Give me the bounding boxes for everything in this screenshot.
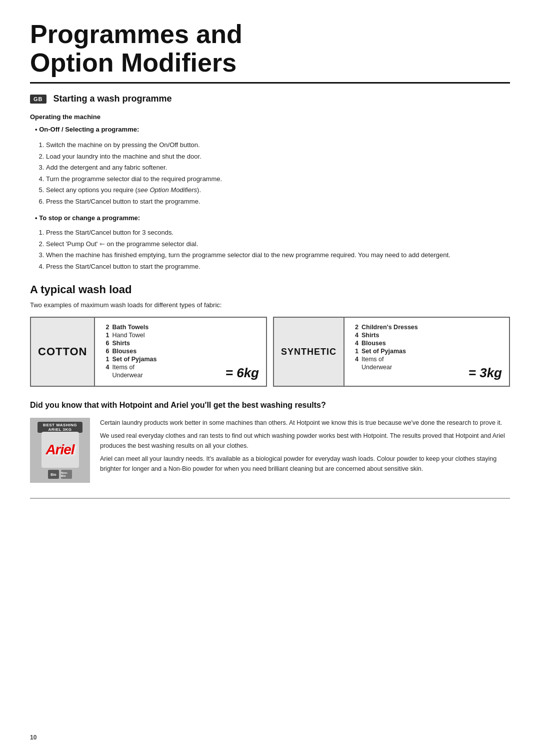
- wash-load-desc: Two examples of maximum wash loads for d…: [30, 301, 510, 309]
- synthetic-items: 2 Children's Dresses 4 Shirts 4 Blouses …: [344, 318, 462, 386]
- badge2: Non-Bio: [61, 470, 72, 479]
- stop-step-1: Press the Start/Cancel button for 3 seco…: [46, 228, 510, 238]
- synthetic-item-5: 4 Items of: [352, 356, 454, 363]
- cotton-item-1: 2 Bath Towels: [102, 324, 211, 331]
- cotton-item-7: Underwear: [102, 372, 211, 379]
- page-title: Programmes and Option Modifiers: [30, 0, 510, 84]
- ariel-text-block: Certain laundry products work better in …: [100, 418, 510, 477]
- page-number: 10: [30, 734, 36, 741]
- ariel-logo: BEST WASHINGARIEL 3KG Ariel Bio Non-Bio: [30, 418, 90, 483]
- wash-load-title: A typical wash load: [30, 283, 510, 296]
- cotton-box: COTTON 2 Bath Towels 1 Hand Towel 6 Shir…: [30, 317, 267, 387]
- ariel-section-title: Did you know that with Hotpoint and Arie…: [30, 401, 510, 410]
- cotton-label: COTTON: [31, 318, 95, 386]
- section-header: GB Starting a wash programme: [30, 94, 510, 104]
- synthetic-item-1: 2 Children's Dresses: [352, 324, 454, 331]
- ariel-logo-top-bar: BEST WASHINGARIEL 3KG: [38, 422, 82, 433]
- stop-step-4: Press the Start/Cancel button to start t…: [46, 262, 510, 272]
- ariel-section: Did you know that with Hotpoint and Arie…: [30, 401, 510, 483]
- ariel-logo-text: Ariel: [46, 442, 74, 458]
- step-5: Select any options you require (see Opti…: [46, 185, 510, 195]
- cotton-item-4: 6 Blouses: [102, 348, 211, 355]
- badge1: Bio: [48, 470, 59, 479]
- page: Programmes and Option Modifiers GB Start…: [0, 0, 540, 756]
- cotton-item-6: 4 Items of: [102, 364, 211, 371]
- operating-title: Operating the machine: [30, 113, 510, 121]
- ariel-logo-img: BEST WASHINGARIEL 3KG Ariel Bio Non-Bio: [30, 418, 90, 483]
- gb-badge: GB: [30, 95, 46, 104]
- step-2: Load your laundry into the machine and s…: [46, 152, 510, 162]
- synthetic-label: SYNTHETIC: [274, 318, 344, 386]
- step-1: Switch the machine on by pressing the On…: [46, 140, 510, 150]
- synthetic-item-2: 4 Shirts: [352, 332, 454, 339]
- stop-title: To stop or change a programme:: [35, 214, 510, 222]
- ariel-content: BEST WASHINGARIEL 3KG Ariel Bio Non-Bio: [30, 418, 510, 483]
- cotton-item-5: 1 Set of Pyjamas: [102, 356, 211, 363]
- ariel-box-shape: Ariel: [42, 432, 79, 468]
- starting-section-title: Starting a wash programme: [54, 94, 172, 104]
- title-line1: Programmes and: [30, 20, 242, 49]
- synthetic-total: = 3kg: [462, 360, 509, 386]
- cotton-total: = 6kg: [218, 360, 266, 386]
- bottom-divider: [30, 498, 510, 499]
- title-line2: Option Modifiers: [30, 48, 236, 77]
- step-6: Press the Start/Cancel button to start t…: [46, 197, 510, 207]
- on-off-title: On-Off / Selecting a programme:: [35, 126, 510, 133]
- step-4: Turn the programme selector dial to the …: [46, 174, 510, 184]
- wash-boxes: COTTON 2 Bath Towels 1 Hand Towel 6 Shir…: [30, 317, 510, 387]
- synthetic-item-6: Underwear: [352, 364, 454, 371]
- ariel-para-1: Certain laundry products work better in …: [100, 418, 510, 428]
- starting-section: GB Starting a wash programme Operating t…: [30, 94, 510, 271]
- wash-load-section: A typical wash load Two examples of maxi…: [30, 283, 510, 387]
- step-3: Add the detergent and any fabric softene…: [46, 163, 510, 173]
- on-off-steps: Switch the machine on by pressing the On…: [30, 140, 510, 206]
- synthetic-box: SYNTHETIC 2 Children's Dresses 4 Shirts …: [273, 317, 510, 387]
- cotton-item-3: 6 Shirts: [102, 340, 211, 347]
- stop-step-2: Select 'Pump Out' ⇽ on the programme sel…: [46, 239, 510, 249]
- ariel-logo-bottom-badges: Bio Non-Bio: [48, 470, 72, 479]
- stop-step-3: When the machine has finished emptying, …: [46, 250, 510, 260]
- synthetic-item-4: 1 Set of Pyjamas: [352, 348, 454, 355]
- ariel-para-3: Ariel can meet all your laundry needs. I…: [100, 454, 510, 474]
- cotton-items: 2 Bath Towels 1 Hand Towel 6 Shirts 6 Bl…: [95, 318, 218, 386]
- title-text: Programmes and Option Modifiers: [30, 0, 510, 82]
- synthetic-item-3: 4 Blouses: [352, 340, 454, 347]
- ariel-para-2: We used real everyday clothes and ran te…: [100, 431, 510, 451]
- stop-steps: Press the Start/Cancel button for 3 seco…: [30, 228, 510, 271]
- cotton-item-2: 1 Hand Towel: [102, 332, 211, 339]
- title-divider: [30, 82, 510, 84]
- ariel-logo-top-text: BEST WASHINGARIEL 3KG: [43, 423, 77, 432]
